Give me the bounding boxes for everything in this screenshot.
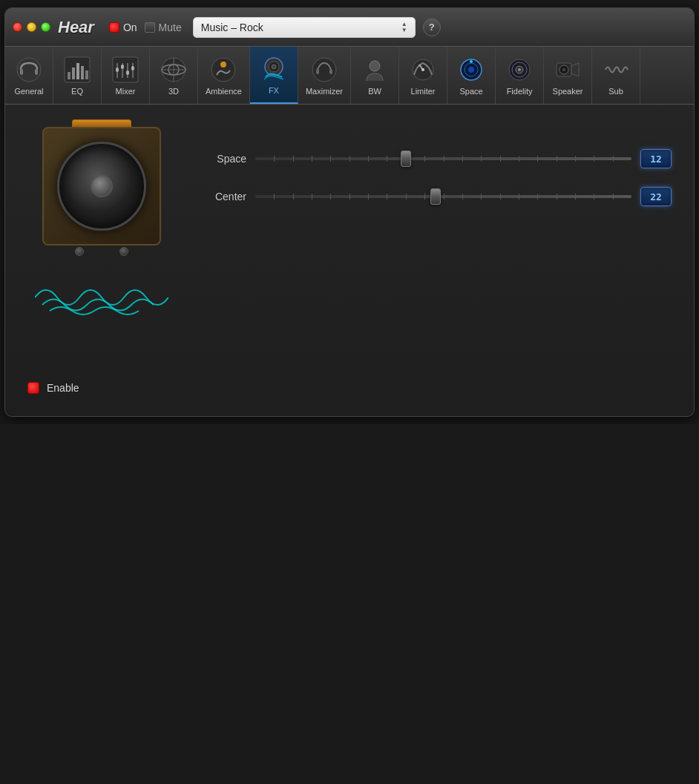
svg-point-28	[312, 58, 336, 82]
tab-fidelity-label: Fidelity	[507, 87, 533, 96]
fx-icon	[259, 54, 289, 84]
tick	[330, 194, 331, 200]
limiter-icon	[408, 55, 438, 85]
preset-selector[interactable]: Music – Rock ▲ ▼	[193, 17, 416, 38]
3d-icon	[159, 55, 188, 85]
help-button[interactable]: ?	[423, 19, 441, 36]
tab-eq[interactable]: EQ	[53, 47, 102, 104]
svg-rect-2	[35, 69, 38, 75]
svg-point-24	[220, 62, 226, 67]
tick	[519, 194, 519, 200]
tick	[537, 156, 538, 162]
tick	[462, 194, 463, 200]
tick	[557, 156, 557, 162]
tick	[330, 156, 331, 162]
tab-maximizer[interactable]: Maximizer	[298, 47, 351, 104]
tab-limiter[interactable]: Limiter	[399, 47, 447, 104]
center-slider-track	[255, 195, 631, 198]
tick	[387, 194, 387, 200]
tab-speaker-label: Speaker	[553, 87, 583, 96]
space-slider-thumb[interactable]	[401, 151, 411, 167]
space-slider-track-container[interactable]	[255, 151, 631, 166]
minimize-button[interactable]	[27, 22, 36, 32]
tab-3d[interactable]: 3D	[150, 47, 198, 104]
tick	[368, 156, 369, 162]
center-slider-label: Center	[206, 191, 246, 202]
tick	[424, 156, 425, 162]
tab-mixer-label: Mixer	[116, 87, 136, 96]
tab-limiter-label: Limiter	[411, 87, 436, 96]
maximize-button[interactable]	[41, 22, 50, 32]
tick	[613, 156, 614, 162]
on-button[interactable]: On	[109, 22, 137, 33]
tick	[293, 194, 294, 200]
bw-icon	[360, 55, 390, 85]
tab-ambience[interactable]: Ambience	[198, 47, 250, 104]
svg-rect-1	[20, 69, 23, 75]
tick	[406, 194, 407, 200]
space-slider-track	[255, 157, 631, 160]
title-bar: Hear On Mute Music – Rock ▲ ▼ ?	[5, 8, 694, 47]
tick	[557, 194, 557, 200]
speaker-foot-right	[119, 247, 128, 256]
space-slider-row: Space	[206, 149, 672, 168]
tick	[274, 194, 275, 200]
svg-rect-29	[316, 69, 319, 74]
tick	[575, 156, 576, 162]
tab-space[interactable]: Space	[447, 47, 496, 104]
tick	[350, 156, 350, 162]
tick	[368, 194, 369, 200]
enable-label: Enable	[47, 382, 79, 394]
tab-space-label: Space	[459, 87, 482, 96]
svg-point-27	[272, 65, 276, 69]
mute-button[interactable]: Mute	[145, 22, 182, 33]
tab-bw[interactable]: BW	[351, 47, 399, 104]
tick	[594, 156, 594, 162]
tab-sub[interactable]: Sub	[592, 47, 640, 104]
preset-value: Music – Rock	[201, 22, 263, 33]
tab-bw-label: BW	[368, 87, 381, 96]
svg-rect-8	[85, 70, 88, 79]
eq-icon	[62, 55, 92, 85]
speaker-icon	[553, 55, 582, 85]
center-value-text: 22	[650, 191, 662, 202]
fx-content: Space	[27, 127, 672, 290]
svg-rect-17	[131, 66, 134, 70]
on-indicator	[109, 22, 119, 33]
speaker-cone	[57, 142, 146, 231]
svg-point-37	[468, 67, 474, 73]
tab-fx[interactable]: FX	[250, 47, 298, 104]
center-slider-track-container[interactable]	[255, 189, 631, 204]
speaker-center	[91, 175, 113, 197]
svg-rect-30	[329, 69, 332, 74]
on-label: On	[123, 22, 137, 33]
tab-general[interactable]: General	[5, 47, 53, 104]
tab-sub-label: Sub	[608, 87, 623, 96]
tab-mixer[interactable]: Mixer	[102, 47, 150, 104]
tick	[462, 156, 463, 162]
svg-rect-14	[116, 67, 119, 72]
tick	[594, 194, 594, 200]
fidelity-icon	[505, 55, 534, 85]
tick	[350, 194, 350, 200]
center-slider-thumb[interactable]	[430, 188, 441, 205]
speaker-foot-left	[75, 247, 84, 256]
tab-speaker[interactable]: Speaker	[544, 47, 592, 104]
tick	[519, 156, 519, 162]
space-value-text: 12	[650, 154, 662, 165]
mixer-icon	[111, 55, 140, 85]
tab-fidelity[interactable]: Fidelity	[496, 47, 544, 104]
speaker-visual	[27, 127, 176, 290]
svg-rect-4	[68, 72, 70, 79]
svg-point-31	[370, 61, 380, 71]
close-button[interactable]	[13, 22, 22, 32]
enable-indicator	[27, 382, 39, 394]
enable-section[interactable]: Enable	[27, 382, 79, 394]
ambience-icon	[209, 55, 238, 85]
svg-point-38	[470, 60, 473, 63]
svg-marker-44	[571, 63, 579, 76]
sliders-area: Space	[206, 127, 672, 225]
svg-rect-7	[81, 66, 84, 79]
tick	[500, 194, 501, 200]
mute-indicator	[145, 22, 155, 33]
